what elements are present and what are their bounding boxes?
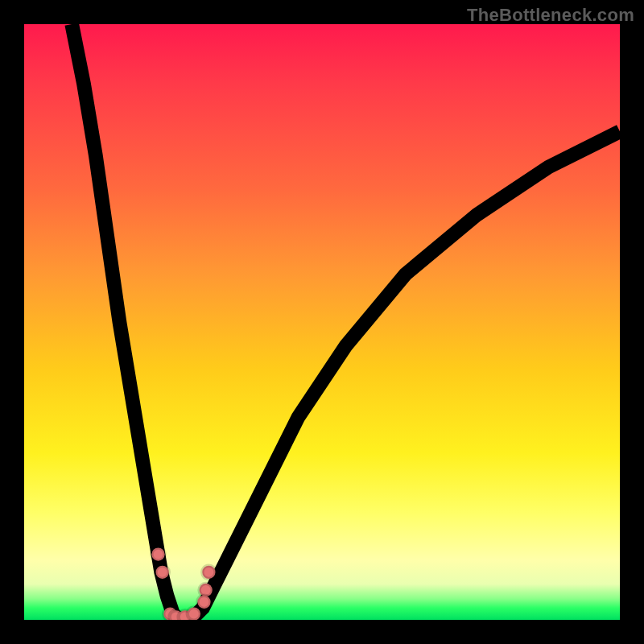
marker-dot	[156, 566, 169, 579]
curve-right-branch	[191, 131, 620, 620]
marker-dot	[197, 596, 210, 609]
marker-dot	[202, 566, 215, 579]
chart-frame: TheBottleneck.com	[0, 0, 644, 644]
watermark-text: TheBottleneck.com	[467, 5, 634, 26]
plot-area	[24, 24, 620, 620]
marker-dot	[151, 547, 164, 560]
curve-left-branch	[72, 24, 179, 620]
marker-dot	[188, 607, 200, 620]
curve-layer	[24, 24, 620, 620]
